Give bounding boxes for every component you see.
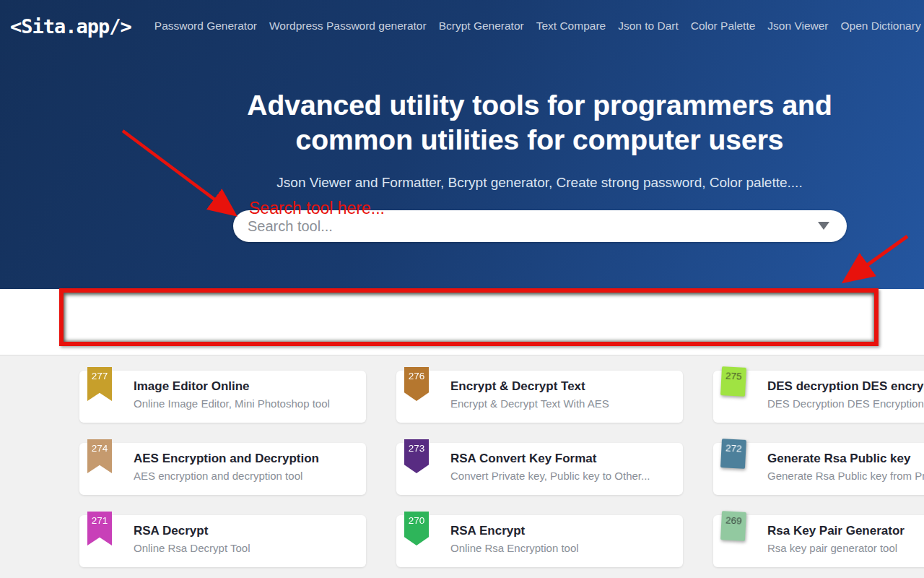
page-title-line2: common utilities for computer users	[79, 123, 924, 158]
tool-card-title[interactable]: Encrypt & Decrypt Text	[450, 379, 671, 394]
tool-card-title[interactable]: RSA Convert Key Format	[450, 452, 671, 466]
tool-card-rsa-encrypt[interactable]: 270 RSA Encrypt Online Rsa Encryption to…	[396, 515, 683, 567]
tool-card-title[interactable]: Image Editor Online	[134, 379, 354, 394]
tool-card-subtitle: Online Image Editor, Mini Photoshop tool	[134, 397, 354, 410]
tool-card-subtitle: Online Rsa Decrypt Tool	[134, 542, 354, 554]
tool-rank-badge: 270	[404, 512, 429, 547]
page-subtitle: Json Viewer and Formatter, Bcrypt genera…	[79, 175, 924, 191]
tool-card-subtitle: Online Rsa Encryption tool	[450, 542, 671, 554]
tool-card-title[interactable]: DES decryption DES encrypt	[767, 379, 924, 394]
tool-card-subtitle: Encrypt & Decrypt Text With AES	[450, 397, 671, 410]
page-title-line1: Advanced utility tools for programmers a…	[79, 88, 924, 123]
tool-card-rsa-key-pair-generator[interactable]: 269 Rsa Key Pair Generator Rsa key pair …	[713, 515, 924, 567]
tool-card-title[interactable]: AES Encryption and Decryption	[134, 452, 354, 466]
tool-card-rsa-convert-key-format[interactable]: 273 RSA Convert Key Format Convert Priva…	[396, 443, 683, 495]
tool-card-grid: 277 Image Editor Online Online Image Edi…	[79, 371, 924, 567]
tool-card-image-editor-online[interactable]: 277 Image Editor Online Online Image Edi…	[79, 371, 366, 423]
tool-rank-badge: 271	[87, 512, 112, 545]
search-placeholder: Search tool...	[248, 218, 333, 235]
tool-rank-badge: 273	[404, 439, 429, 475]
tool-rank-badge: 269	[720, 511, 746, 541]
tool-card-subtitle: DES Decryption DES Encryption T	[767, 397, 924, 410]
tool-card-subtitle: AES encryption and decryption tool	[134, 470, 354, 482]
tool-rank-badge: 274	[87, 439, 112, 473]
page-title: Advanced utility tools for programmers a…	[79, 88, 924, 158]
tool-card-subtitle: Rsa key pair generator tool	[767, 542, 924, 554]
search-tool-select[interactable]: Search tool...	[233, 210, 847, 242]
tool-card-title[interactable]: RSA Encrypt	[450, 524, 671, 538]
tool-card-generate-rsa-public-key[interactable]: 272 Generate Rsa Public key Generate Rsa…	[713, 443, 924, 495]
hero-content: Advanced utility tools for programmers a…	[79, 0, 924, 191]
tool-card-subtitle: Convert Private key, Public key to Other…	[450, 470, 671, 482]
tool-rank-badge: 276	[404, 367, 429, 402]
tool-card-title[interactable]: RSA Decrypt	[134, 524, 354, 538]
tool-card-aes-encryption-decryption[interactable]: 274 AES Encryption and Decryption AES en…	[79, 443, 366, 495]
tool-rank-badge: 277	[87, 367, 112, 401]
tool-card-title[interactable]: Rsa Key Pair Generator	[767, 524, 924, 538]
tool-card-rsa-decrypt[interactable]: 271 RSA Decrypt Online Rsa Decrypt Tool	[79, 515, 366, 567]
chevron-down-icon[interactable]	[818, 222, 829, 230]
category-filter-bar: All Hash HMAC File Checksum Text Random …	[0, 289, 924, 355]
hero-section: <Sita.app/> Password Generator Wordpress…	[0, 0, 924, 289]
tool-rank-badge: 272	[720, 439, 746, 469]
tool-card-title[interactable]: Generate Rsa Public key	[767, 452, 924, 466]
tool-rank-badge: 275	[720, 366, 746, 397]
tool-card-encrypt-decrypt-text[interactable]: 276 Encrypt & Decrypt Text Encrypt & Dec…	[396, 371, 683, 423]
tool-card-des-decryption[interactable]: 275 DES decryption DES encrypt DES Decry…	[713, 371, 924, 423]
tool-card-subtitle: Generate Rsa Public key from Pri	[767, 470, 924, 482]
